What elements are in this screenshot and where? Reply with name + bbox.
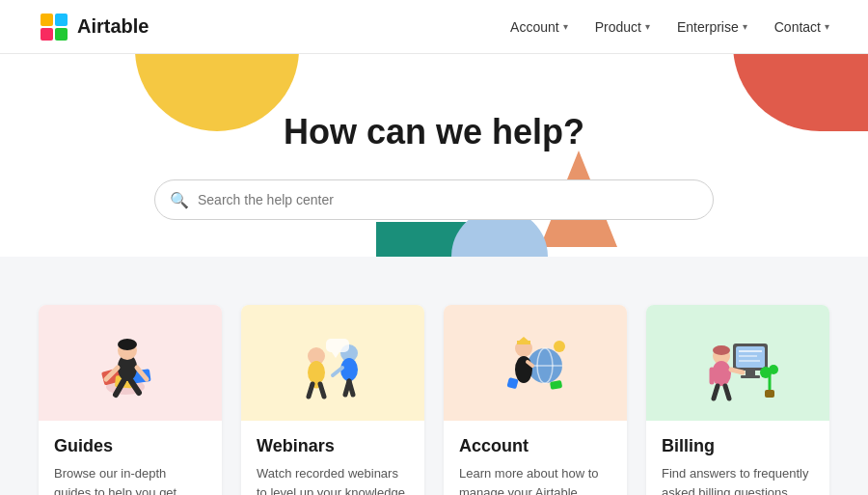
svg-point-52 <box>769 365 778 374</box>
search-icon: 🔍 <box>170 191 189 209</box>
svg-line-18 <box>309 384 312 397</box>
svg-point-33 <box>515 356 532 383</box>
svg-rect-41 <box>741 375 760 378</box>
svg-rect-0 <box>41 14 53 26</box>
svg-line-19 <box>320 384 324 397</box>
svg-rect-53 <box>765 390 774 398</box>
svg-rect-2 <box>41 28 53 41</box>
webinars-card-body: Webinars Watch recorded webinars to leve… <box>241 421 424 495</box>
hero-title: How can we help? <box>19 112 849 152</box>
svg-rect-3 <box>55 28 68 41</box>
guides-card-desc: Browse our in-depth guides to help you g… <box>54 464 206 495</box>
cards-section: Guides Browse our in-depth guides to hel… <box>0 257 868 495</box>
hero-section: How can we help? 🔍 <box>0 54 868 257</box>
account-illustration <box>492 319 579 406</box>
cards-grid: Guides Browse our in-depth guides to hel… <box>39 305 829 495</box>
guides-card-body: Guides Browse our in-depth guides to hel… <box>39 421 222 495</box>
nav-links: Account ▾ Product ▾ Enterprise ▾ Contact… <box>510 19 829 35</box>
logo-text: Airtable <box>77 15 149 38</box>
account-card-title: Account <box>459 436 611 456</box>
svg-rect-32 <box>517 341 530 344</box>
svg-point-37 <box>554 341 565 352</box>
svg-point-49 <box>713 345 730 355</box>
webinars-card: Webinars Watch recorded webinars to leve… <box>241 305 424 495</box>
svg-marker-26 <box>332 352 339 358</box>
billing-card-title: Billing <box>662 436 814 456</box>
nav-enterprise[interactable]: Enterprise ▾ <box>677 19 747 35</box>
svg-rect-25 <box>326 339 349 352</box>
svg-rect-1 <box>55 14 68 26</box>
search-bar: 🔍 <box>154 179 714 220</box>
nav-account[interactable]: Account ▾ <box>510 19 568 35</box>
svg-line-24 <box>349 381 353 395</box>
nav-contact[interactable]: Contact ▾ <box>774 19 829 35</box>
chevron-down-icon: ▾ <box>563 21 568 32</box>
svg-line-47 <box>731 370 743 372</box>
svg-rect-35 <box>506 377 518 389</box>
webinars-card-title: Webinars <box>257 436 409 456</box>
logo-icon <box>39 12 69 42</box>
logo[interactable]: Airtable <box>39 12 149 42</box>
chevron-down-icon: ▾ <box>645 21 650 32</box>
billing-card-body: Billing Find answers to frequently asked… <box>646 421 829 495</box>
webinars-card-desc: Watch recorded webinars to level up your… <box>257 464 409 495</box>
account-card-desc: Learn more about how to manage your Airt… <box>459 464 611 495</box>
webinars-card-image <box>241 305 424 421</box>
chevron-down-icon: ▾ <box>825 21 829 32</box>
billing-card-image <box>646 305 829 421</box>
svg-point-46 <box>712 361 731 386</box>
svg-line-54 <box>714 386 718 399</box>
webinars-illustration <box>289 319 376 406</box>
account-card-body: Account Learn more about how to manage y… <box>444 421 627 495</box>
account-card-image <box>444 305 627 421</box>
guides-card-title: Guides <box>54 436 206 456</box>
svg-point-10 <box>118 339 137 350</box>
svg-line-55 <box>725 386 729 399</box>
guides-illustration <box>87 319 174 406</box>
guides-card-image <box>39 305 222 421</box>
guides-card: Guides Browse our in-depth guides to hel… <box>39 305 222 495</box>
chevron-down-icon: ▾ <box>743 21 747 32</box>
billing-card-desc: Find answers to frequently asked billing… <box>662 464 814 495</box>
navbar: Airtable Account ▾ Product ▾ Enterprise … <box>0 0 868 54</box>
account-card: Account Learn more about how to manage y… <box>444 305 627 495</box>
nav-product[interactable]: Product ▾ <box>595 19 650 35</box>
billing-illustration <box>694 319 781 406</box>
billing-card: Billing Find answers to frequently asked… <box>646 305 829 495</box>
search-input[interactable] <box>154 179 714 220</box>
